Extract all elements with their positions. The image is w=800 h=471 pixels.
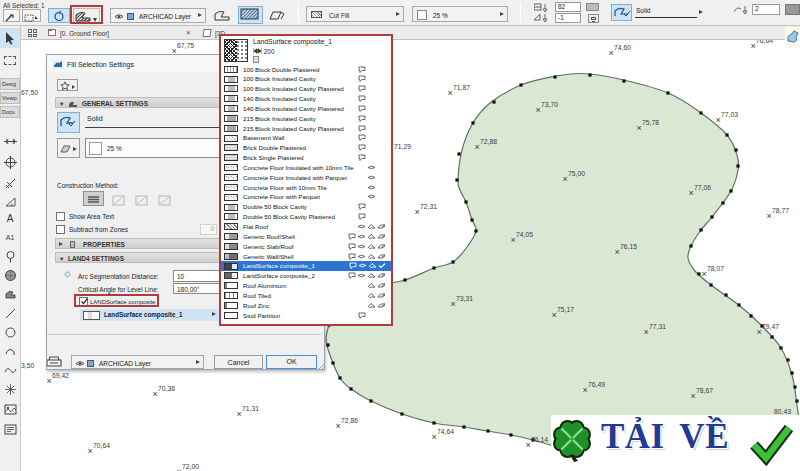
svg-text:74,64: 74,64 <box>437 428 454 435</box>
svg-text:69,42: 69,42 <box>52 372 69 379</box>
svg-text:×: × <box>552 310 557 320</box>
svg-text:×: × <box>177 467 182 471</box>
svg-text:73,70: 73,70 <box>541 101 558 108</box>
svg-text:72,86: 72,86 <box>341 417 358 424</box>
svg-text:×: × <box>88 446 93 456</box>
svg-text:×: × <box>563 174 568 184</box>
svg-text:74,60: 74,60 <box>614 44 631 51</box>
svg-text:76,14: 76,14 <box>531 436 548 443</box>
svg-text:73,31: 73,31 <box>456 295 473 302</box>
svg-text:78,67: 78,67 <box>696 387 713 394</box>
svg-text:×: × <box>415 207 420 217</box>
svg-text:74,05: 74,05 <box>516 231 533 238</box>
svg-text:×: × <box>336 421 341 431</box>
svg-text:×: × <box>609 48 614 58</box>
svg-text:76,49: 76,49 <box>588 381 605 388</box>
svg-text:×: × <box>153 389 158 399</box>
svg-text:75,17: 75,17 <box>557 306 574 313</box>
svg-text:77,31: 77,31 <box>649 323 666 330</box>
svg-text:×: × <box>691 391 696 401</box>
svg-text:×: × <box>637 123 642 133</box>
svg-text:3,50: 3,50 <box>21 362 34 369</box>
svg-text:72,88: 72,88 <box>480 138 497 145</box>
svg-text:80,43: 80,43 <box>774 408 791 415</box>
svg-text:×: × <box>237 409 242 419</box>
svg-text:×: × <box>767 211 772 221</box>
svg-text:×: × <box>432 432 437 442</box>
svg-text:×: × <box>448 88 453 98</box>
svg-text:×: × <box>511 235 516 245</box>
svg-text:78,07: 78,07 <box>707 265 724 272</box>
svg-text:75,78: 75,78 <box>642 119 659 126</box>
svg-text:67,50: 67,50 <box>21 89 38 96</box>
svg-text:×: × <box>689 188 694 198</box>
svg-text:76,15: 76,15 <box>620 243 637 250</box>
svg-text:70,64: 70,64 <box>93 442 110 449</box>
svg-text:×: × <box>526 440 531 450</box>
svg-text:×: × <box>615 247 620 257</box>
svg-text:×: × <box>716 115 721 125</box>
svg-text:75,00: 75,00 <box>568 170 585 177</box>
svg-text:×: × <box>751 41 756 51</box>
svg-text:79,47: 79,47 <box>762 323 779 330</box>
svg-text:71,31: 71,31 <box>242 405 259 412</box>
svg-text:67,75: 67,75 <box>177 42 194 49</box>
svg-text:×: × <box>47 376 52 386</box>
svg-text:78,77: 78,77 <box>772 207 789 214</box>
svg-text:72,00: 72,00 <box>182 463 199 470</box>
svg-text:70,36: 70,36 <box>158 385 175 392</box>
svg-text:77,03: 77,03 <box>721 111 738 118</box>
svg-text:×: × <box>451 299 456 309</box>
svg-text:×: × <box>644 327 649 337</box>
svg-text:71,87: 71,87 <box>453 84 470 91</box>
svg-text:×: × <box>536 105 541 115</box>
svg-text:×: × <box>757 327 762 337</box>
svg-text:71,29: 71,29 <box>394 143 411 150</box>
svg-text:×: × <box>702 269 707 279</box>
svg-text:77,06: 77,06 <box>694 184 711 191</box>
svg-text:×: × <box>583 385 588 395</box>
svg-text:72,31: 72,31 <box>420 203 437 210</box>
svg-text:×: × <box>475 142 480 152</box>
